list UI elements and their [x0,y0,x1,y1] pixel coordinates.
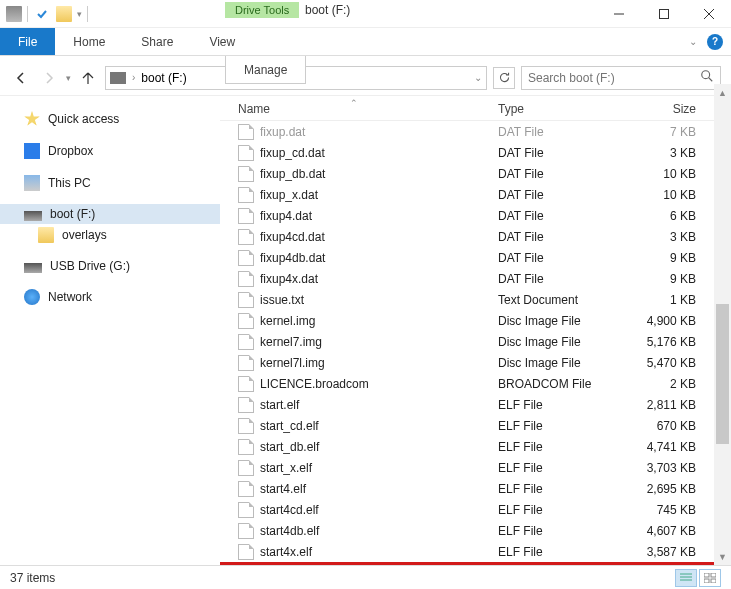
scroll-down-icon[interactable]: ▼ [714,548,731,565]
sidebar-item-boot[interactable]: boot (F:) [0,204,220,224]
star-icon [24,111,40,127]
file-name: start4x.elf [260,545,498,559]
tab-view[interactable]: View [191,28,253,55]
file-row[interactable]: start4db.elfELF File4,607 KB [238,520,731,541]
sidebar-item-quick-access[interactable]: Quick access [0,108,220,130]
file-row[interactable]: LICENCE.broadcomBROADCOM File2 KB [238,373,731,394]
sidebar-item-overlays[interactable]: overlays [0,224,220,246]
file-name: fixup4x.dat [260,272,498,286]
file-size: 2,811 KB [618,398,696,412]
vertical-scrollbar[interactable]: ▲ ▼ [714,84,731,565]
file-row[interactable]: fixup_db.datDAT File10 KB [238,163,731,184]
minimize-button[interactable] [596,0,641,28]
file-row[interactable]: start_db.elfELF File4,741 KB [238,436,731,457]
file-icon [238,544,254,560]
file-row[interactable]: fixup4db.datDAT File9 KB [238,247,731,268]
maximize-button[interactable] [641,0,686,28]
file-size: 10 KB [618,167,696,181]
file-name: start_cd.elf [260,419,498,433]
nav-forward-button[interactable] [38,67,60,89]
scroll-up-icon[interactable]: ▲ [714,84,731,101]
file-size: 4,607 KB [618,524,696,538]
file-row[interactable]: fixup4cd.datDAT File3 KB [238,226,731,247]
nav-recent-dropdown-icon[interactable]: ▾ [66,73,71,83]
search-input[interactable] [528,71,700,85]
file-row[interactable]: fixup4.datDAT File6 KB [238,205,731,226]
file-type: Text Document [498,293,618,307]
nav-back-button[interactable] [10,67,32,89]
file-icon [238,481,254,497]
file-type: DAT File [498,209,618,223]
file-row[interactable]: start4.elfELF File2,695 KB [238,478,731,499]
tab-manage[interactable]: Manage [225,56,306,84]
qat-save-icon[interactable] [33,5,51,23]
titlebar: ▾ Drive Tools boot (F:) [0,0,731,28]
file-row[interactable]: start_x.elfELF File3,703 KB [238,457,731,478]
file-name: start_x.elf [260,461,498,475]
breadcrumb-boot[interactable]: boot (F:) [141,71,186,85]
scroll-thumb[interactable] [716,304,729,444]
column-header-type[interactable]: Type [498,102,618,116]
tab-file[interactable]: File [0,28,55,55]
file-name: LICENCE.broadcom [260,377,498,391]
file-row[interactable]: start4x.elfELF File3,587 KB [238,541,731,562]
file-icon [238,334,254,350]
file-type: DAT File [498,146,618,160]
file-row[interactable]: fixup.datDAT File7 KB [238,121,731,142]
file-row[interactable]: fixup4x.datDAT File9 KB [238,268,731,289]
svg-point-4 [702,71,710,79]
file-row[interactable]: start4cd.elfELF File745 KB [238,499,731,520]
sidebar-item-network[interactable]: Network [0,286,220,308]
file-name: fixup4cd.dat [260,230,498,244]
close-button[interactable] [686,0,731,28]
file-row[interactable]: kernel7.imgDisc Image File5,176 KB [238,331,731,352]
context-label: Drive Tools [225,2,299,18]
refresh-button[interactable] [493,67,515,89]
ribbon-expand-icon[interactable]: ⌄ [689,36,697,47]
divider [27,6,28,22]
nav-up-button[interactable] [77,67,99,89]
file-icon [238,292,254,308]
file-row[interactable]: start.elfELF File2,811 KB [238,394,731,415]
file-row[interactable]: kernel7l.imgDisc Image File5,470 KB [238,352,731,373]
main: Quick access Dropbox This PC boot (F:) o… [0,96,731,565]
sidebar-item-usb[interactable]: USB Drive (G:) [0,256,220,276]
file-row[interactable]: issue.txtText Document1 KB [238,289,731,310]
address-dropdown-icon[interactable]: ⌄ [474,72,482,83]
sidebar-item-label: This PC [48,176,91,190]
file-icon [238,145,254,161]
column-header-name[interactable]: Name [238,102,498,116]
sidebar-item-this-pc[interactable]: This PC [0,172,220,194]
search-box[interactable] [521,66,721,90]
drive-icon [6,6,22,22]
search-icon[interactable] [700,69,714,86]
chevron-right-icon[interactable]: › [132,72,135,83]
sort-indicator-icon: ⌃ [350,98,358,108]
file-size: 4,900 KB [618,314,696,328]
file-list[interactable]: fixup.datDAT File7 KBfixup_cd.datDAT Fil… [220,121,731,565]
status-bar: 37 items [0,565,731,589]
file-size: 3 KB [618,230,696,244]
status-items-count: 37 items [10,571,55,585]
file-icon [238,187,254,203]
file-size: 9 KB [618,272,696,286]
sidebar-item-dropbox[interactable]: Dropbox [0,140,220,162]
file-row[interactable]: fixup_x.datDAT File10 KB [238,184,731,205]
tab-share[interactable]: Share [123,28,191,55]
file-row[interactable]: kernel.imgDisc Image File4,900 KB [238,310,731,331]
file-name: issue.txt [260,293,498,307]
file-row[interactable]: start_cd.elfELF File670 KB [238,415,731,436]
tab-home[interactable]: Home [55,28,123,55]
file-type: DAT File [498,272,618,286]
sidebar-item-label: boot (F:) [50,207,95,221]
view-details-button[interactable] [675,569,697,587]
window-title: boot (F:) [305,3,350,17]
help-icon[interactable]: ? [707,34,723,50]
file-row[interactable]: fixup_cd.datDAT File3 KB [238,142,731,163]
qat-dropdown-icon[interactable]: ▾ [77,9,82,19]
view-thumbnails-button[interactable] [699,569,721,587]
column-header-size[interactable]: Size [618,102,696,116]
file-name: start_db.elf [260,440,498,454]
file-row[interactable]: SSHFile0 KB [241,564,718,566]
file-size: 5,176 KB [618,335,696,349]
